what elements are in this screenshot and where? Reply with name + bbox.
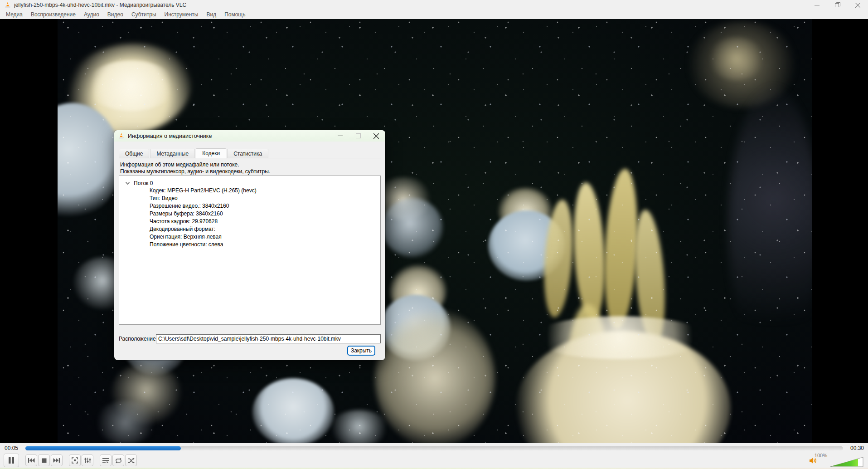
tab-general[interactable]: Общие	[119, 149, 149, 158]
dialog-close-button[interactable]	[367, 130, 385, 142]
app-titlebar: jellyfish-250-mbps-4k-uhd-hevc-10bit.mkv…	[0, 0, 868, 10]
seek-row: 00:05 00:30	[0, 444, 868, 452]
dialog-description: Информация об этом медиафайле или потоке…	[120, 161, 270, 175]
description-line-1: Информация об этом медиафайле или потоке…	[120, 161, 270, 168]
loop-icon	[115, 458, 122, 464]
minimize-button[interactable]	[807, 0, 827, 10]
minimize-icon	[815, 3, 820, 8]
vlc-cone-icon	[118, 132, 125, 139]
restore-button[interactable]	[827, 0, 848, 10]
media-info-dialog: Информация о медиаисточнике Общие Метад	[114, 130, 385, 360]
dialog-minimize-button[interactable]	[331, 130, 349, 142]
window-title: jellyfish-250-mbps-4k-uhd-hevc-10bit.mkv…	[14, 2, 186, 8]
restore-icon	[835, 2, 840, 8]
total-time: 00:30	[847, 445, 864, 451]
shuffle-icon	[128, 458, 135, 464]
playlist-icon	[102, 458, 109, 464]
window-controls	[807, 0, 868, 10]
chevron-down-icon[interactable]	[126, 182, 130, 185]
menu-tools[interactable]: Инструменты	[160, 10, 203, 19]
menu-video[interactable]: Видео	[103, 10, 127, 19]
codec-tree[interactable]: Поток 0 Кодек: MPEG-H Part2/HEVC (H.265)…	[119, 176, 381, 325]
pause-icon	[8, 457, 15, 464]
menu-help[interactable]: Помощь	[220, 10, 249, 19]
speaker-icon	[809, 457, 818, 464]
tree-item-type[interactable]: Тип: Видео	[150, 195, 380, 202]
location-input[interactable]	[156, 334, 381, 343]
shuffle-button[interactable]	[125, 454, 137, 466]
dialog-controls	[331, 130, 385, 142]
previous-button[interactable]	[25, 454, 37, 466]
menu-audio[interactable]: Аудио	[80, 10, 103, 19]
next-button[interactable]	[51, 454, 63, 466]
extended-settings-button[interactable]	[82, 454, 93, 466]
tab-statistics[interactable]: Статистика	[227, 149, 268, 158]
tree-node-stream0[interactable]: Поток 0	[126, 179, 380, 187]
skip-forward-icon	[53, 458, 60, 463]
loop-button[interactable]	[112, 454, 124, 466]
volume-slider[interactable]	[830, 457, 863, 467]
tree-item-chroma-location[interactable]: Положение цветности: слева	[150, 241, 380, 249]
tree-item-decoded-format[interactable]: Декодированный формат:	[150, 225, 380, 233]
dialog-titlebar[interactable]: Информация о медиаисточнике	[114, 130, 385, 142]
tree-node-label: Поток 0	[134, 180, 153, 186]
location-row: Расположение:	[119, 334, 381, 343]
stop-icon	[42, 458, 47, 463]
description-line-2: Показаны мультиплексор, аудио- и видеоко…	[120, 168, 270, 175]
volume-cluster: 100%	[783, 452, 864, 468]
playlist-button[interactable]	[100, 454, 112, 466]
tab-codecs[interactable]: Кодеки	[196, 148, 226, 158]
maximize-icon	[356, 133, 361, 138]
fullscreen-button[interactable]	[69, 454, 81, 466]
tree-item-framerate[interactable]: Частота кадров: 29.970628	[150, 218, 380, 225]
vlc-window: jellyfish-250-mbps-4k-uhd-hevc-10bit.mkv…	[0, 0, 868, 469]
volume-percent-label: 100%	[815, 453, 827, 458]
elapsed-time: 00:05	[5, 445, 22, 451]
close-icon	[855, 3, 860, 8]
menu-view[interactable]: Вид	[202, 10, 220, 19]
seek-fill	[25, 446, 181, 450]
tree-item-resolution[interactable]: Разрешение видео.: 3840x2160	[150, 202, 380, 210]
equalizer-sliders-icon	[84, 457, 91, 464]
menu-media[interactable]: Медиа	[2, 10, 27, 19]
menu-subtitles[interactable]: Субтитры	[127, 10, 160, 19]
tree-item-codec[interactable]: Кодек: MPEG-H Part2/HEVC (H.265) (hevc)	[150, 187, 380, 195]
menu-bar: Медиа Воспроизведение Аудио Видео Субтит…	[0, 10, 868, 19]
vlc-cone-icon	[4, 1, 11, 9]
tree-item-orientation[interactable]: Ориентация: Верхняя-левая	[150, 233, 380, 241]
pause-button[interactable]	[4, 454, 19, 467]
dialog-tabbar: Общие Метаданные Кодеки Статистика	[119, 148, 381, 158]
close-icon	[373, 133, 379, 139]
dialog-title: Информация о медиаисточнике	[128, 133, 212, 139]
tab-metadata[interactable]: Метаданные	[150, 149, 195, 158]
stop-button[interactable]	[38, 454, 50, 466]
dialog-maximize-button	[349, 130, 367, 142]
dialog-close-action-button[interactable]: Закрыть	[347, 346, 375, 356]
seek-slider[interactable]	[25, 446, 843, 450]
skip-back-icon	[28, 458, 35, 463]
fullscreen-icon	[72, 457, 78, 464]
menu-playback[interactable]: Воспроизведение	[27, 10, 80, 19]
location-label: Расположение:	[119, 336, 156, 342]
player-controls-bar: 00:05 00:30	[0, 443, 868, 469]
close-button[interactable]	[848, 0, 868, 10]
minimize-icon	[338, 133, 343, 138]
transport-buttons	[4, 454, 138, 467]
tree-item-buffer[interactable]: Размеры буфера: 3840x2160	[150, 210, 380, 218]
